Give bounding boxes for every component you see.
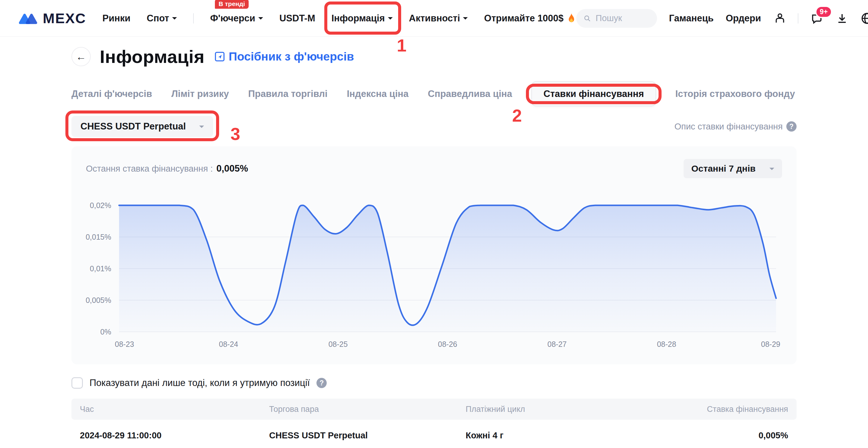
nav-events[interactable]: Активності (409, 13, 468, 24)
nav-spot[interactable]: Спот (147, 13, 177, 24)
col-time: Час (80, 405, 269, 414)
user-icon (773, 12, 786, 25)
positions-only-label: Показувати дані лише тоді, коли я утриму… (90, 378, 310, 388)
tab-index-price[interactable]: Індексна ціна (347, 89, 409, 99)
last-rate-value: 0,005% (216, 163, 248, 174)
svg-text:0,01%: 0,01% (90, 264, 111, 273)
svg-text:0,02%: 0,02% (90, 201, 111, 210)
svg-text:08-26: 08-26 (438, 340, 457, 348)
tab-funding-rates[interactable]: Ставки фінансування (531, 81, 656, 106)
mexc-logo[interactable]: MEXC (17, 10, 86, 27)
svg-text:08-23: 08-23 (115, 340, 134, 348)
funding-rate-chart: 0%0,005%0,01%0,015%0,02%08-2308-2408-250… (83, 187, 785, 356)
table-row[interactable]: 2024-08-29 11:00:00 CHESS USDT Perpetual… (71, 420, 797, 448)
main-nav: Ринки Спот В тренді Ф'ючерси USDT-M Інфо… (102, 13, 576, 24)
card-header: Остання ставка фінансування : 0,005% Ост… (83, 159, 785, 178)
funding-rate-description-link[interactable]: Опис ставки фінансування ? (675, 121, 797, 132)
nav-right-group: Гаманець Ордери 9+ (576, 9, 868, 28)
chevron-down-icon (388, 17, 393, 22)
svg-text:08-29: 08-29 (761, 340, 780, 348)
col-rate: Ставка фінансування (661, 405, 788, 414)
cell-rate: 0,005% (661, 430, 788, 441)
time-range-selector[interactable]: Останні 7 днів (684, 159, 782, 178)
svg-text:0,005%: 0,005% (86, 296, 111, 304)
chevron-down-icon (199, 126, 204, 130)
brand-name: MEXC (43, 10, 86, 27)
tab-risk-limit[interactable]: Ліміт ризику (172, 89, 229, 99)
search-input[interactable] (595, 13, 650, 24)
chevron-down-icon (172, 17, 177, 22)
globe-icon (861, 12, 868, 25)
tab-trading-rules[interactable]: Правила торгівлі (248, 89, 327, 99)
orders-link[interactable]: Ордери (726, 13, 761, 24)
pair-selector[interactable]: CHESS USDT Perpetual (71, 116, 213, 137)
table-header: Час Торгова пара Платіжний цикл Ставка ф… (71, 399, 797, 420)
filter-row: Показувати дані лише тоді, коли я утриму… (71, 376, 797, 389)
fire-icon (567, 13, 576, 24)
back-arrow-icon: ← (76, 51, 86, 63)
tab-futures-details[interactable]: Деталі ф'ючерсів (71, 89, 152, 99)
download-app-button[interactable] (836, 12, 848, 25)
nav-divider (798, 13, 798, 24)
top-nav: MEXC Ринки Спот В тренді Ф'ючерси USDT-M… (0, 0, 868, 37)
page-content: ← Інформація Посібник з ф'ючерсів Деталі… (71, 44, 797, 448)
annotation-number-2: 2 (512, 105, 522, 126)
help-icon: ? (316, 378, 327, 388)
nav-information[interactable]: Інформація 1 (332, 13, 393, 24)
cell-cycle: Кожні 4 г (466, 430, 661, 441)
chevron-down-icon (770, 168, 774, 173)
title-row: ← Інформація Посібник з ф'ючерсів (71, 44, 797, 69)
nav-usdt-m[interactable]: USDT-M (279, 13, 315, 24)
nav-futures[interactable]: В тренді Ф'ючерси (210, 13, 263, 24)
notification-badge: 9+ (815, 6, 832, 18)
futures-guide-link[interactable]: Посібник з ф'ючерсів (214, 50, 354, 63)
account-button[interactable] (773, 12, 786, 25)
tab-fair-price[interactable]: Справедлива ціна (428, 89, 513, 99)
cell-pair: CHESS USDT Perpetual (269, 430, 466, 441)
svg-text:08-24: 08-24 (219, 340, 238, 348)
chart-wrap: 0%0,005%0,01%0,015%0,02%08-2308-2408-250… (83, 187, 785, 357)
guide-book-icon (214, 50, 226, 63)
svg-text:08-27: 08-27 (547, 340, 567, 348)
support-chat-button[interactable]: 9+ (810, 12, 824, 25)
col-cycle: Платіжний цикл (466, 405, 661, 414)
mexc-logo-icon (17, 11, 39, 26)
wallet-link[interactable]: Гаманець (669, 13, 714, 24)
cell-time: 2024-08-29 11:00:00 (80, 430, 269, 441)
annotation-number-1: 1 (397, 35, 407, 56)
pair-selector-wrap: CHESS USDT Perpetual 3 (71, 116, 213, 137)
svg-text:08-28: 08-28 (657, 340, 676, 348)
chevron-down-icon (258, 17, 263, 22)
funding-rate-card: Остання ставка фінансування : 0,005% Ост… (71, 146, 797, 364)
svg-text:08-25: 08-25 (329, 340, 348, 348)
download-icon (836, 12, 848, 25)
selector-row: CHESS USDT Perpetual 3 Опис ставки фінан… (71, 115, 797, 138)
svg-text:0,015%: 0,015% (86, 233, 111, 241)
annotation-number-3: 3 (230, 124, 240, 144)
language-button[interactable] (861, 12, 868, 25)
search-box[interactable] (576, 9, 657, 28)
last-rate-label: Остання ставка фінансування : (86, 164, 213, 174)
trending-badge: В тренді (215, 0, 249, 9)
tab-insurance-fund-history[interactable]: Історія страхового фонду (675, 89, 795, 99)
search-icon (584, 14, 591, 23)
nav-divider (193, 13, 194, 24)
help-icon: ? (786, 121, 797, 132)
nav-markets[interactable]: Ринки (102, 13, 130, 24)
positions-only-checkbox[interactable] (71, 377, 83, 389)
col-pair: Торгова пара (269, 405, 466, 414)
funding-history-table: Час Торгова пара Платіжний цикл Ставка ф… (71, 399, 797, 448)
tab-funding-rates-wrap: Ставки фінансування 2 (531, 89, 656, 99)
nav-promo[interactable]: Отримайте 1000$ (484, 13, 576, 24)
chevron-down-icon (463, 17, 468, 22)
tabs-row: Деталі ф'ючерсів Ліміт ризику Правила то… (71, 81, 797, 107)
svg-text:0%: 0% (100, 328, 111, 336)
page-title: Інформація (100, 46, 205, 67)
back-button[interactable]: ← (71, 47, 91, 66)
